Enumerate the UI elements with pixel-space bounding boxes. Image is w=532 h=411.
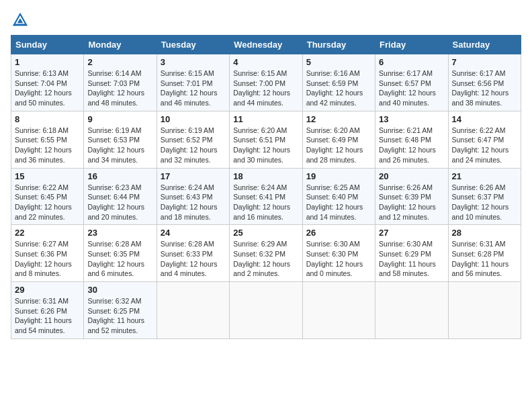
day-number: 23	[87, 228, 152, 238]
calendar-cell: 2 Sunrise: 6:14 AMSunset: 7:03 PMDayligh…	[84, 54, 157, 111]
logo-icon	[11, 11, 30, 30]
page-header	[11, 11, 521, 30]
day-number: 28	[452, 228, 517, 238]
day-number: 3	[161, 57, 226, 67]
day-detail: Sunrise: 6:15 AMSunset: 7:01 PMDaylight:…	[161, 69, 218, 107]
day-detail: Sunrise: 6:19 AMSunset: 6:52 PMDaylight:…	[161, 126, 218, 164]
day-number: 6	[379, 57, 444, 67]
calendar-header-row: SundayMondayTuesdayWednesdayThursdayFrid…	[11, 36, 521, 54]
calendar-cell: 22 Sunrise: 6:27 AMSunset: 6:36 PMDaylig…	[11, 225, 84, 282]
logo	[11, 11, 31, 30]
day-detail: Sunrise: 6:16 AMSunset: 6:59 PMDaylight:…	[306, 69, 363, 107]
day-number: 30	[87, 285, 152, 295]
calendar-cell: 25 Sunrise: 6:29 AMSunset: 6:32 PMDaylig…	[230, 225, 302, 282]
calendar-cell: 29 Sunrise: 6:31 AMSunset: 6:26 PMDaylig…	[11, 282, 84, 339]
calendar-week-row: 15 Sunrise: 6:22 AMSunset: 6:45 PMDaylig…	[11, 168, 521, 225]
calendar-cell	[230, 282, 302, 339]
day-number: 4	[233, 57, 298, 67]
day-detail: Sunrise: 6:20 AMSunset: 6:49 PMDaylight:…	[306, 126, 363, 164]
calendar-cell: 5 Sunrise: 6:16 AMSunset: 6:59 PMDayligh…	[302, 54, 375, 111]
calendar-cell: 27 Sunrise: 6:30 AMSunset: 6:29 PMDaylig…	[375, 225, 448, 282]
day-number: 26	[306, 228, 371, 238]
day-detail: Sunrise: 6:17 AMSunset: 6:57 PMDaylight:…	[379, 69, 436, 107]
calendar-cell: 18 Sunrise: 6:24 AMSunset: 6:41 PMDaylig…	[230, 168, 302, 225]
day-number: 25	[233, 228, 298, 238]
day-number: 7	[452, 57, 517, 67]
calendar-cell: 3 Sunrise: 6:15 AMSunset: 7:01 PMDayligh…	[157, 54, 229, 111]
day-detail: Sunrise: 6:31 AMSunset: 6:28 PMDaylight:…	[452, 240, 509, 277]
day-number: 29	[15, 285, 80, 295]
day-number: 19	[306, 171, 371, 181]
calendar-cell: 14 Sunrise: 6:22 AMSunset: 6:47 PMDaylig…	[448, 111, 521, 168]
calendar-week-row: 29 Sunrise: 6:31 AMSunset: 6:26 PMDaylig…	[11, 282, 521, 339]
calendar-week-row: 1 Sunrise: 6:13 AMSunset: 7:04 PMDayligh…	[11, 54, 521, 111]
calendar-cell: 4 Sunrise: 6:15 AMSunset: 7:00 PMDayligh…	[230, 54, 302, 111]
day-number: 21	[452, 171, 517, 181]
day-detail: Sunrise: 6:24 AMSunset: 6:41 PMDaylight:…	[233, 183, 290, 221]
day-number: 2	[87, 57, 152, 67]
weekday-header: Tuesday	[157, 36, 229, 54]
day-detail: Sunrise: 6:19 AMSunset: 6:53 PMDaylight:…	[87, 126, 144, 164]
calendar-cell	[375, 282, 448, 339]
day-number: 20	[379, 171, 444, 181]
day-number: 11	[233, 114, 298, 124]
calendar-cell: 20 Sunrise: 6:26 AMSunset: 6:39 PMDaylig…	[375, 168, 448, 225]
day-number: 13	[379, 114, 444, 124]
calendar-cell: 30 Sunrise: 6:32 AMSunset: 6:25 PMDaylig…	[84, 282, 157, 339]
calendar-cell: 23 Sunrise: 6:28 AMSunset: 6:35 PMDaylig…	[84, 225, 157, 282]
calendar-cell: 7 Sunrise: 6:17 AMSunset: 6:56 PMDayligh…	[448, 54, 521, 111]
calendar-cell: 24 Sunrise: 6:28 AMSunset: 6:33 PMDaylig…	[157, 225, 229, 282]
weekday-header: Wednesday	[230, 36, 302, 54]
calendar-cell: 19 Sunrise: 6:25 AMSunset: 6:40 PMDaylig…	[302, 168, 375, 225]
calendar-cell: 10 Sunrise: 6:19 AMSunset: 6:52 PMDaylig…	[157, 111, 229, 168]
day-detail: Sunrise: 6:27 AMSunset: 6:36 PMDaylight:…	[15, 240, 72, 277]
weekday-header: Thursday	[302, 36, 375, 54]
day-number: 14	[452, 114, 517, 124]
weekday-header: Sunday	[11, 36, 84, 54]
calendar-week-row: 22 Sunrise: 6:27 AMSunset: 6:36 PMDaylig…	[11, 225, 521, 282]
day-number: 8	[15, 114, 80, 124]
day-detail: Sunrise: 6:30 AMSunset: 6:29 PMDaylight:…	[379, 240, 436, 277]
calendar-cell: 6 Sunrise: 6:17 AMSunset: 6:57 PMDayligh…	[375, 54, 448, 111]
day-number: 5	[306, 57, 371, 67]
calendar-cell: 15 Sunrise: 6:22 AMSunset: 6:45 PMDaylig…	[11, 168, 84, 225]
day-detail: Sunrise: 6:32 AMSunset: 6:25 PMDaylight:…	[87, 297, 144, 334]
day-detail: Sunrise: 6:20 AMSunset: 6:51 PMDaylight:…	[233, 126, 290, 164]
day-detail: Sunrise: 6:22 AMSunset: 6:45 PMDaylight:…	[15, 183, 72, 221]
day-number: 22	[15, 228, 80, 238]
day-detail: Sunrise: 6:31 AMSunset: 6:26 PMDaylight:…	[15, 297, 72, 334]
day-detail: Sunrise: 6:14 AMSunset: 7:03 PMDaylight:…	[87, 69, 144, 107]
calendar-cell	[157, 282, 229, 339]
calendar-cell	[302, 282, 375, 339]
day-number: 24	[161, 228, 226, 238]
calendar-cell: 8 Sunrise: 6:18 AMSunset: 6:55 PMDayligh…	[11, 111, 84, 168]
day-detail: Sunrise: 6:22 AMSunset: 6:47 PMDaylight:…	[452, 126, 509, 164]
day-number: 9	[87, 114, 152, 124]
day-detail: Sunrise: 6:29 AMSunset: 6:32 PMDaylight:…	[233, 240, 290, 277]
day-number: 17	[161, 171, 226, 181]
day-detail: Sunrise: 6:28 AMSunset: 6:35 PMDaylight:…	[87, 240, 144, 277]
day-detail: Sunrise: 6:28 AMSunset: 6:33 PMDaylight:…	[161, 240, 218, 277]
weekday-header: Friday	[375, 36, 448, 54]
calendar-cell	[448, 282, 521, 339]
day-detail: Sunrise: 6:23 AMSunset: 6:44 PMDaylight:…	[87, 183, 144, 221]
calendar-table: SundayMondayTuesdayWednesdayThursdayFrid…	[11, 35, 521, 339]
weekday-header: Monday	[84, 36, 157, 54]
day-detail: Sunrise: 6:18 AMSunset: 6:55 PMDaylight:…	[15, 126, 72, 164]
day-number: 16	[87, 171, 152, 181]
calendar-cell: 26 Sunrise: 6:30 AMSunset: 6:30 PMDaylig…	[302, 225, 375, 282]
calendar-cell: 1 Sunrise: 6:13 AMSunset: 7:04 PMDayligh…	[11, 54, 84, 111]
calendar-cell: 12 Sunrise: 6:20 AMSunset: 6:49 PMDaylig…	[302, 111, 375, 168]
day-number: 18	[233, 171, 298, 181]
calendar-cell: 16 Sunrise: 6:23 AMSunset: 6:44 PMDaylig…	[84, 168, 157, 225]
day-number: 1	[15, 57, 80, 67]
day-detail: Sunrise: 6:13 AMSunset: 7:04 PMDaylight:…	[15, 69, 72, 107]
calendar-week-row: 8 Sunrise: 6:18 AMSunset: 6:55 PMDayligh…	[11, 111, 521, 168]
weekday-header: Saturday	[448, 36, 521, 54]
day-detail: Sunrise: 6:25 AMSunset: 6:40 PMDaylight:…	[306, 183, 363, 221]
day-number: 12	[306, 114, 371, 124]
day-detail: Sunrise: 6:15 AMSunset: 7:00 PMDaylight:…	[233, 69, 290, 107]
day-detail: Sunrise: 6:21 AMSunset: 6:48 PMDaylight:…	[379, 126, 436, 164]
calendar-cell: 21 Sunrise: 6:26 AMSunset: 6:37 PMDaylig…	[448, 168, 521, 225]
day-number: 10	[161, 114, 226, 124]
